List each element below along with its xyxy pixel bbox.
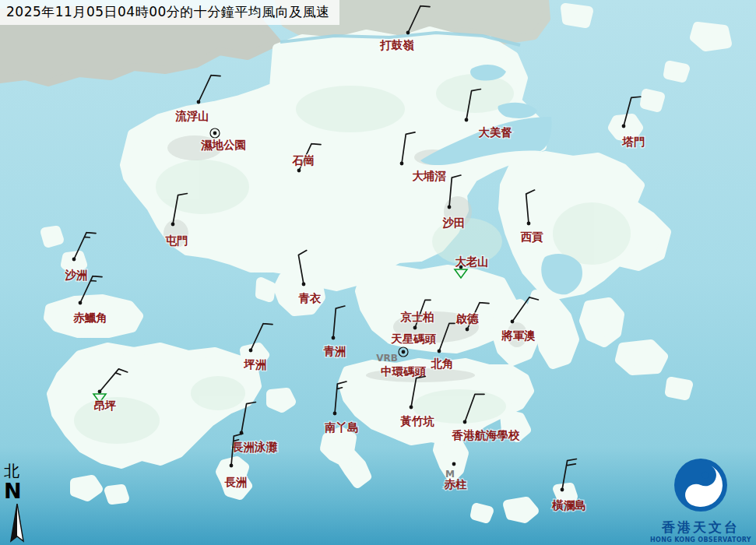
north-compass: 北 N bbox=[4, 462, 29, 544]
map-canvas: 打鼓嶺流浮山濕地公園大美督塔門石崗大埔滘沙田屯門西貢沙洲大老山青衣赤鱲角京士柏啟… bbox=[0, 0, 756, 545]
station-label: 青衣 bbox=[298, 292, 322, 304]
station-dot bbox=[452, 462, 456, 466]
station-label: 橫瀾島 bbox=[551, 499, 586, 512]
station-label: 坪洲 bbox=[244, 358, 267, 371]
wind-map-page: 打鼓嶺流浮山濕地公園大美督塔門石崗大埔滘沙田屯門西貢沙洲大老山青衣赤鱲角京士柏啟… bbox=[0, 0, 756, 545]
station-label: 大老山 bbox=[455, 255, 489, 268]
station-central-pier: 中環碼頭 bbox=[381, 365, 427, 378]
hko-logo: 香港天文台 HONG KONG OBSERVATORY bbox=[645, 456, 756, 543]
station-label: 將軍澳 bbox=[501, 329, 536, 342]
station-label: 打鼓嶺 bbox=[379, 39, 414, 51]
station-label: 流浮山 bbox=[174, 110, 209, 122]
station-label: 赤鱲角 bbox=[72, 311, 107, 324]
station-label: 天星碼頭 bbox=[390, 332, 437, 345]
station-label: 大美督 bbox=[478, 126, 512, 139]
station-label: 濕地公園 bbox=[200, 139, 246, 151]
station-label: 西貢 bbox=[521, 230, 544, 244]
station-label: 黃竹坑 bbox=[400, 415, 434, 427]
station-label: 中環碼頭 bbox=[381, 365, 427, 378]
station-label: 沙田 bbox=[442, 216, 466, 229]
station-label: 昂坪 bbox=[94, 399, 117, 412]
station-dot bbox=[213, 132, 217, 135]
station-label: 南丫島 bbox=[324, 421, 359, 434]
station-label: 啟德 bbox=[455, 312, 480, 325]
station-label: 沙洲 bbox=[65, 269, 88, 281]
station-label: 石崗 bbox=[292, 154, 315, 167]
wind-status-tag: VRB bbox=[376, 353, 398, 364]
station-label: 長洲泳灘 bbox=[231, 441, 278, 453]
station-label: 赤柱 bbox=[444, 478, 468, 490]
north-arrow-icon bbox=[5, 502, 29, 544]
station-label: 北角 bbox=[431, 357, 454, 370]
hko-name-chinese: 香港天文台 bbox=[645, 519, 756, 536]
hko-logo-icon bbox=[672, 456, 730, 514]
map-title: 2025年11月05日04時00分的十分鐘平均風向及風速 bbox=[0, 0, 339, 25]
station-label: 香港航海學校 bbox=[452, 429, 521, 441]
station-label: 青洲 bbox=[323, 345, 346, 357]
station-label: 塔門 bbox=[622, 135, 645, 148]
station-dot bbox=[402, 350, 406, 354]
station-label: 大埔滘 bbox=[412, 170, 446, 182]
compass-north-label-en: N bbox=[4, 480, 29, 502]
compass-north-label-cn: 北 bbox=[4, 462, 29, 480]
station-label: 長洲 bbox=[224, 476, 248, 488]
station-label: 屯門 bbox=[165, 234, 188, 247]
station-label: 京士柏 bbox=[399, 311, 434, 323]
hko-name-english: HONG KONG OBSERVATORY bbox=[645, 536, 756, 543]
